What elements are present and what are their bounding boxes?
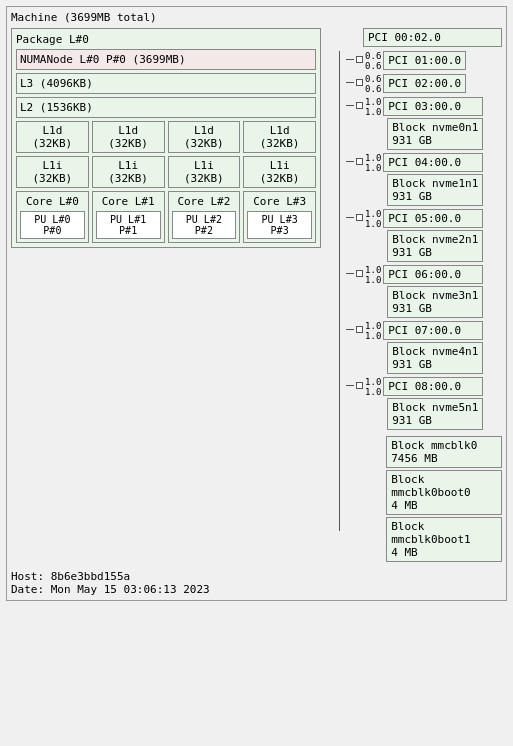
- pci-group-7: PCI 08:00.0 Block nvme5n1931 GB: [383, 377, 483, 430]
- l1d-cell-1: L1d (32KB): [92, 121, 165, 153]
- footer-date: Date: Mon May 15 03:06:13 2023: [11, 583, 502, 596]
- block-mmcblk0boot0: Block mmcblk0boot04 MB: [386, 470, 502, 515]
- pci-group-2: PCI 03:00.0 Block nvme0n1931 GB: [383, 97, 483, 150]
- pu-2: PU L#2P#2: [172, 211, 237, 239]
- pci-group-6: PCI 07:00.0 Block nvme4n1931 GB: [383, 321, 483, 374]
- pu-0: PU L#0P#0: [20, 211, 85, 239]
- pci-item-0: PCI 01:00.0: [383, 51, 466, 70]
- l1i-cell-2: L1i (32KB): [168, 156, 241, 188]
- core-3: Core L#3 PU L#3P#3: [243, 191, 316, 243]
- core-1-title: Core L#1: [96, 195, 161, 208]
- bw-bot-1: 0.6: [365, 84, 381, 94]
- l2-box: L2 (1536KB): [16, 97, 316, 118]
- l1i-row: L1i (32KB) L1i (32KB) L1i (32KB) L1i (32…: [16, 156, 316, 188]
- pci-item-6: PCI 07:00.0: [383, 321, 483, 340]
- pci-top: PCI 00:02.0: [363, 28, 502, 47]
- core-0: Core L#0 PU L#0P#0: [16, 191, 89, 243]
- block-mmcblk0boot1: Block mmcblk0boot14 MB: [386, 517, 502, 562]
- l1d-cell-0: L1d (32KB): [16, 121, 89, 153]
- core-1: Core L#1 PU L#1P#1: [92, 191, 165, 243]
- block-mmcblk0: Block mmcblk07456 MB: [386, 436, 502, 468]
- block-nvme4n1: Block nvme4n1931 GB: [387, 342, 483, 374]
- block-nvme5n1: Block nvme5n1931 GB: [387, 398, 483, 430]
- pci-group-4: PCI 05:00.0 Block nvme2n1931 GB: [383, 209, 483, 262]
- pci-item-2: PCI 03:00.0: [383, 97, 483, 116]
- l1d-row: L1d (32KB) L1d (32KB) L1d (32KB) L1d (32…: [16, 121, 316, 153]
- numa-label: NUMANode L#0 P#0 (3699MB): [20, 53, 186, 66]
- pci-item-1: PCI 02:00.0: [383, 74, 466, 93]
- footer: Host: 8b6e3bbd155a Date: Mon May 15 03:0…: [11, 570, 502, 596]
- bw-bot-0: 0.6: [365, 61, 381, 71]
- block-nvme3n1: Block nvme3n1931 GB: [387, 286, 483, 318]
- pu-1: PU L#1P#1: [96, 211, 161, 239]
- l1d-cell-3: L1d (32KB): [243, 121, 316, 153]
- l1i-cell-0: L1i (32KB): [16, 156, 89, 188]
- l3-label: L3 (4096KB): [20, 77, 93, 90]
- right-panel: PCI 00:02.0 0.6: [325, 28, 502, 564]
- pci-item-7: PCI 08:00.0: [383, 377, 483, 396]
- pci-item-4: PCI 05:00.0: [383, 209, 483, 228]
- core-2: Core L#2 PU L#2P#2: [168, 191, 241, 243]
- left-panel: Package L#0 NUMANode L#0 P#0 (3699MB) L3…: [11, 28, 321, 564]
- core-3-title: Core L#3: [247, 195, 312, 208]
- pci-item-3: PCI 04:00.0: [383, 153, 483, 172]
- pu-3: PU L#3P#3: [247, 211, 312, 239]
- core-2-title: Core L#2: [172, 195, 237, 208]
- block-nvme0n1: Block nvme0n1931 GB: [387, 118, 483, 150]
- package-box: Package L#0 NUMANode L#0 P#0 (3699MB) L3…: [11, 28, 321, 248]
- pci-item-5: PCI 06:00.0: [383, 265, 483, 284]
- machine-title: Machine (3699MB total): [11, 11, 502, 24]
- l2-label: L2 (1536KB): [20, 101, 93, 114]
- package-title: Package L#0: [16, 33, 316, 46]
- pci-tree: 0.6 0.6 PCI 01:00.0 0.6 0.6 PCI 02:: [346, 51, 502, 564]
- bw-top-1: 0.6: [365, 74, 381, 84]
- l1i-cell-3: L1i (32KB): [243, 156, 316, 188]
- l1i-cell-1: L1i (32KB): [92, 156, 165, 188]
- main-container: Machine (3699MB total) Package L#0 NUMAN…: [6, 6, 507, 601]
- pci-group-5: PCI 06:00.0 Block nvme3n1931 GB: [383, 265, 483, 318]
- l1d-cell-2: L1d (32KB): [168, 121, 241, 153]
- pci-group-3: PCI 04:00.0 Block nvme1n1931 GB: [383, 153, 483, 206]
- cores-row: Core L#0 PU L#0P#0 Core L#1 PU L#1P#1 Co…: [16, 191, 316, 243]
- numa-box: NUMANode L#0 P#0 (3699MB): [16, 49, 316, 70]
- block-nvme2n1: Block nvme2n1931 GB: [387, 230, 483, 262]
- footer-host: Host: 8b6e3bbd155a: [11, 570, 502, 583]
- core-0-title: Core L#0: [20, 195, 85, 208]
- block-nvme1n1: Block nvme1n1931 GB: [387, 174, 483, 206]
- bw-top-0: 0.6: [365, 51, 381, 61]
- l3-box: L3 (4096KB): [16, 73, 316, 94]
